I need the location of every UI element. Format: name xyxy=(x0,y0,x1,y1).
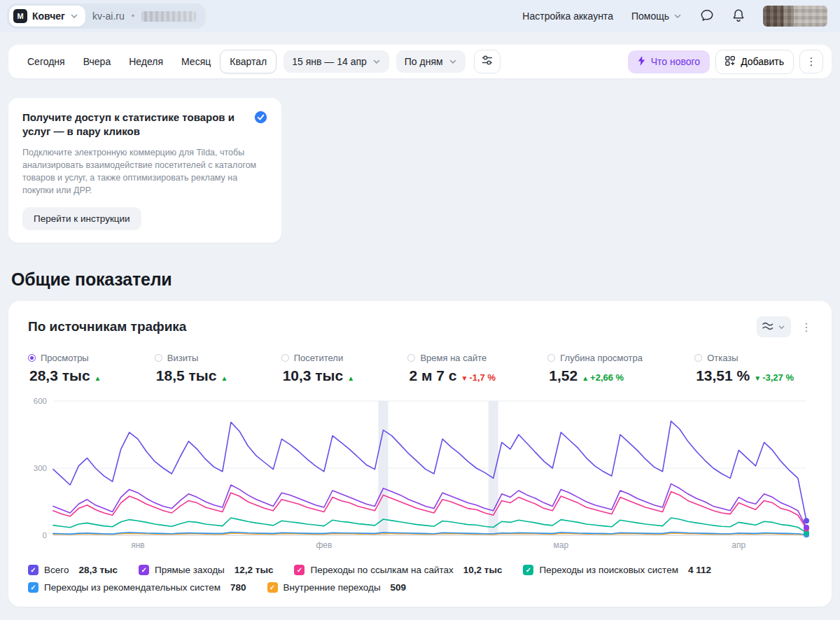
legend-value: 10,2 тыс xyxy=(463,565,503,575)
period-week[interactable]: Неделя xyxy=(120,50,172,73)
trend-arrow-icon: ▲ xyxy=(347,374,354,382)
metric-visitors[interactable]: Посетители 10,3 тыс ▲ xyxy=(281,353,356,384)
section-title: Общие показатели xyxy=(11,269,840,290)
legend-checkbox[interactable]: ✓ xyxy=(28,582,38,593)
counter-group: M Ковчег kv-ai.ru • xyxy=(7,3,206,29)
metric-radio[interactable] xyxy=(407,354,415,362)
legend-value: 4 112 xyxy=(688,565,711,575)
metric-radio[interactable] xyxy=(28,354,36,362)
period-today[interactable]: Сегодня xyxy=(18,50,74,73)
metric-radio[interactable] xyxy=(694,354,702,362)
check-icon: ✓ xyxy=(297,567,302,574)
whats-new-label: Что нового xyxy=(651,56,700,67)
svg-text:фев: фев xyxy=(316,540,332,550)
metric-views[interactable]: Просмотры 28,3 тыс ▲ xyxy=(28,353,103,384)
legend-label: Прямые заходы xyxy=(155,565,225,575)
legend-label: Внутренние переходы xyxy=(284,582,381,593)
chevron-down-icon xyxy=(673,12,682,20)
user-avatar-blurred[interactable] xyxy=(763,6,827,27)
svg-text:янв: янв xyxy=(131,540,145,550)
legend-checkbox[interactable]: ✓ xyxy=(139,565,149,575)
legend-value: 780 xyxy=(230,582,246,593)
legend-item-internal[interactable]: ✓ Внутренние переходы 509 xyxy=(267,582,407,593)
legend-value: 28,3 тыс xyxy=(78,565,118,575)
svg-text:300: 300 xyxy=(34,464,47,472)
traffic-sources-chart[interactable]: 0300600янвфевмарапр xyxy=(28,395,812,552)
date-range-label: 15 янв — 14 апр xyxy=(292,56,367,67)
period-month[interactable]: Месяц xyxy=(172,50,220,73)
account-settings-link[interactable]: Настройка аккаунта xyxy=(522,10,613,22)
granularity-select[interactable]: По дням xyxy=(396,50,465,73)
promo-card: Получите доступ к статистике товаров и у… xyxy=(8,98,281,243)
trend-arrow-icon: ▲ xyxy=(582,374,589,382)
metric-value: 18,5 тыс xyxy=(156,367,217,384)
counter-selector[interactable]: M Ковчег xyxy=(9,6,85,27)
chart-area: 0300600янвфевмарапр xyxy=(28,395,812,555)
notifications-bell-icon[interactable] xyxy=(732,8,745,24)
metric-radio[interactable] xyxy=(155,354,162,362)
separator-dot: • xyxy=(132,11,134,21)
metric-bounce-rate[interactable]: Отказы 13,51 % ▼ -3,27 % xyxy=(694,353,794,384)
chart-type-selector[interactable] xyxy=(757,316,791,337)
metric-delta: ▲ xyxy=(220,374,229,382)
legend-checkbox[interactable]: ✓ xyxy=(28,565,38,575)
trend-percent: -3,27 % xyxy=(762,372,794,383)
add-label: Добавить xyxy=(741,56,784,67)
add-widget-button[interactable]: Добавить xyxy=(715,50,794,74)
widget-menu-button[interactable]: ⋮ xyxy=(801,320,812,334)
period-yesterday[interactable]: Вчера xyxy=(74,50,120,73)
metric-label: Просмотры xyxy=(41,353,89,363)
topbar-right: Настройка аккаунта Помощь xyxy=(522,6,827,27)
legend-item-search[interactable]: ✓ Переходы из поисковых систем 4 112 xyxy=(523,565,711,575)
metric-visits[interactable]: Визиты 18,5 тыс ▲ xyxy=(155,353,230,384)
help-label: Помощь xyxy=(631,10,669,22)
metric-label: Визиты xyxy=(167,353,198,363)
counter-name: Ковчег xyxy=(32,10,65,22)
promo-body: Подключите электронную коммерцию для Til… xyxy=(22,146,267,197)
site-domain[interactable]: kv-ai.ru xyxy=(92,10,125,22)
check-icon: ✓ xyxy=(270,584,275,591)
promo-title: Получите доступ к статистике товаров и у… xyxy=(22,111,247,139)
metric-delta: ▲ xyxy=(347,374,356,382)
metric-time-on-site[interactable]: Время на сайте 2 м 7 с ▼ -1,7 % xyxy=(407,353,496,384)
metric-depth[interactable]: Глубина просмотра 1,52 ▲ +2,66 % xyxy=(547,353,643,384)
metric-delta: ▲ +2,66 % xyxy=(582,372,624,383)
help-menu[interactable]: Помощь xyxy=(631,10,682,22)
metric-radio[interactable] xyxy=(547,354,555,362)
legend-item-site-links[interactable]: ✓ Переходы по ссылкам на сайтах 10,2 тыс xyxy=(294,565,502,575)
chat-icon[interactable] xyxy=(700,8,714,24)
legend-item-direct[interactable]: ✓ Прямые заходы 12,2 тыс xyxy=(139,565,273,575)
legend-value: 509 xyxy=(391,582,407,593)
legend-item-recommendations[interactable]: ✓ Переходы из рекомендательных систем 78… xyxy=(28,582,246,593)
check-icon: ✓ xyxy=(526,567,531,574)
legend-item-total[interactable]: ✓ Всего 28,3 тыс xyxy=(28,565,118,575)
granularity-label: По дням xyxy=(405,56,443,67)
trend-arrow-icon: ▼ xyxy=(754,374,761,382)
metric-value: 2 м 7 с xyxy=(409,367,456,384)
chevron-down-icon xyxy=(778,323,785,331)
chevron-down-icon xyxy=(449,57,457,66)
legend-checkbox[interactable]: ✓ xyxy=(294,565,304,575)
kebab-menu-icon: ⋮ xyxy=(806,55,817,68)
whats-new-button[interactable]: Что нового xyxy=(628,50,710,73)
counter-id-blurred xyxy=(141,11,196,22)
filters-button[interactable] xyxy=(474,50,500,73)
period-quarter[interactable]: Квартал xyxy=(220,50,276,73)
page: M Ковчег kv-ai.ru • Настройка аккаунта П… xyxy=(0,0,840,620)
chevron-down-icon xyxy=(70,12,78,20)
legend-checkbox[interactable]: ✓ xyxy=(523,565,533,575)
metric-label: Посетители xyxy=(294,353,344,363)
lightning-icon xyxy=(638,56,645,68)
line-chart-icon xyxy=(762,320,774,333)
metric-label: Глубина просмотра xyxy=(560,353,643,363)
promo-cta-button[interactable]: Перейти к инструкции xyxy=(22,207,141,230)
trend-arrow-icon: ▲ xyxy=(220,374,227,382)
counter-logo: M xyxy=(13,9,27,23)
legend-label: Переходы из поисковых систем xyxy=(539,565,678,575)
legend-checkbox[interactable]: ✓ xyxy=(267,582,278,593)
legend-label: Переходы по ссылкам на сайтах xyxy=(310,565,453,575)
metric-radio[interactable] xyxy=(281,354,289,362)
toolbar-more-button[interactable]: ⋮ xyxy=(799,50,823,73)
chevron-down-icon xyxy=(372,57,381,66)
date-range-picker[interactable]: 15 янв — 14 апр xyxy=(284,50,389,73)
